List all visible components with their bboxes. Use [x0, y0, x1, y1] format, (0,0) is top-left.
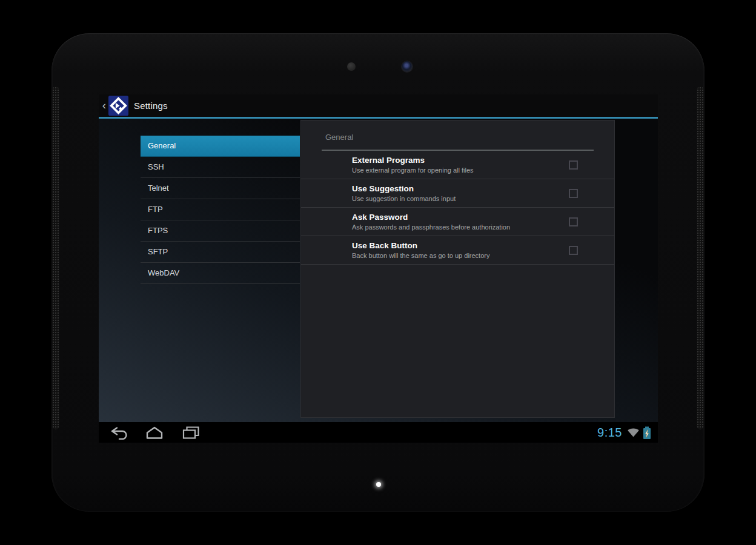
panel-section-header: General: [325, 133, 614, 142]
sidebar-item-ftps[interactable]: FTPS: [141, 220, 300, 242]
front-camera: [402, 61, 413, 72]
settings-category-list: General SSH Telnet FTP FTPS SF: [141, 136, 300, 284]
sidebar-item-webdav[interactable]: WebDAV: [141, 263, 300, 284]
sidebar-item-label: General: [148, 141, 176, 150]
sidebar-item-ftp[interactable]: FTP: [141, 199, 300, 220]
pref-title: Ask Password: [352, 213, 569, 222]
light-sensor: [347, 62, 356, 71]
sidebar-item-telnet[interactable]: Telnet: [141, 178, 300, 199]
sidebar-item-label: FTP: [148, 205, 163, 214]
back-icon[interactable]: [109, 425, 127, 440]
pref-text: Use Suggestion Use suggestion in command…: [352, 184, 569, 202]
checkbox-use-back-button[interactable]: [569, 246, 578, 255]
system-bar: 9:15: [99, 422, 658, 443]
pref-text: Ask Password Ask passwords and passphras…: [352, 213, 569, 231]
pref-subtitle: Back button will the same as go to up di…: [352, 252, 569, 259]
tablet-frame: ‹ Settings General SSH: [51, 33, 705, 512]
sidebar-item-label: Telnet: [148, 183, 169, 193]
pref-title: External Programs: [352, 156, 569, 165]
pref-text: Use Back Button Back button will the sam…: [352, 241, 569, 259]
settings-content: General SSH Telnet FTP FTPS SF: [99, 119, 658, 422]
speaker-grille-right: [697, 87, 704, 429]
pref-text: External Programs Use external program f…: [352, 156, 569, 174]
pref-title: Use Suggestion: [352, 184, 569, 193]
pref-subtitle: Use suggestion in commands input: [352, 195, 569, 202]
pref-ask-password[interactable]: Ask Password Ask passwords and passphras…: [301, 208, 614, 236]
checkbox-use-suggestion[interactable]: [569, 189, 578, 198]
pref-external-programs[interactable]: External Programs Use external program f…: [301, 151, 614, 179]
sidebar-item-label: WebDAV: [148, 268, 179, 277]
pref-subtitle: Ask passwords and passphrases before aut…: [352, 223, 569, 231]
preferences-panel: General External Programs Use external p…: [300, 120, 615, 418]
stage: ‹ Settings General SSH: [0, 0, 756, 545]
recents-icon[interactable]: [182, 425, 200, 440]
speaker-grille-left: [52, 87, 59, 429]
pref-use-suggestion[interactable]: Use Suggestion Use suggestion in command…: [301, 179, 614, 208]
sidebar-item-label: SFTP: [148, 247, 168, 256]
battery-charging-icon: [643, 426, 651, 440]
status-cluster: 9:15: [597, 426, 658, 440]
sidebar-item-ssh[interactable]: SSH: [141, 157, 300, 178]
app-logo-icon[interactable]: [108, 96, 128, 116]
nav-buttons: [99, 425, 200, 440]
pref-subtitle: Use external program for opening all fil…: [352, 167, 569, 174]
notification-led: [376, 482, 381, 487]
action-bar: ‹ Settings: [99, 94, 658, 117]
checkbox-external-programs[interactable]: [569, 160, 578, 170]
wifi-icon: [627, 427, 640, 438]
sidebar-item-label: SSH: [148, 162, 164, 171]
tablet-screen: ‹ Settings General SSH: [99, 94, 658, 443]
pref-use-back-button[interactable]: Use Back Button Back button will the sam…: [301, 236, 614, 265]
clock: 9:15: [597, 426, 622, 440]
sidebar-item-general[interactable]: General: [141, 136, 300, 157]
pref-title: Use Back Button: [352, 241, 569, 250]
checkbox-ask-password[interactable]: [569, 217, 578, 226]
sidebar-item-label: FTPS: [148, 226, 168, 235]
sidebar-item-sftp[interactable]: SFTP: [141, 242, 300, 263]
page-title: Settings: [134, 101, 168, 111]
home-icon[interactable]: [145, 425, 164, 440]
up-chevron-icon[interactable]: ‹: [101, 95, 108, 115]
